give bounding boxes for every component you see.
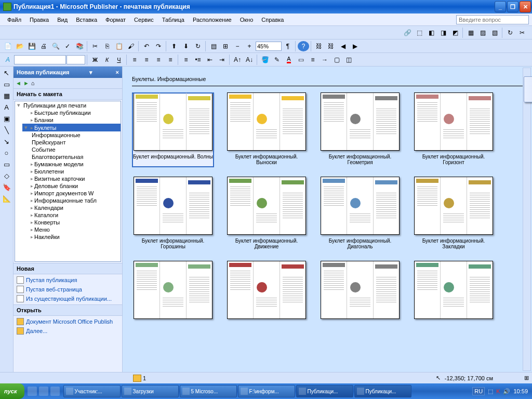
tree-node[interactable]: ▸ Конверты (22, 219, 121, 226)
textbox-tool[interactable]: ▭ (2, 79, 12, 89)
align-right-icon[interactable]: ≡ (153, 55, 164, 65)
help-search-input[interactable] (456, 15, 529, 24)
menu-format[interactable]: Формат (101, 15, 130, 24)
tree-node[interactable]: ▸ Бюллетени (22, 168, 121, 175)
front-icon[interactable]: ⬆ (168, 41, 180, 51)
page-indicator[interactable] (133, 375, 141, 382)
tree-node[interactable]: ▾Публикации для печати (15, 101, 121, 109)
taskbar-task[interactable]: F:\информ... (238, 385, 295, 397)
menu-view[interactable]: Вид (53, 15, 72, 24)
template-item[interactable]: Буклет информационный. Горизонт (413, 92, 495, 167)
new-link[interactable]: Из существующей публикации... (17, 295, 119, 302)
template-tree[interactable]: ▾Публикации для печати▸ Быстрые публикац… (15, 101, 121, 262)
tree-node[interactable]: ▸ Бумажные модели (22, 161, 121, 168)
tree-node[interactable]: ▸ Каталоги (22, 211, 121, 219)
indent-dec-icon[interactable]: ⇤ (204, 55, 216, 65)
fontcolor-icon[interactable]: A (283, 55, 295, 65)
next-icon[interactable]: ▶ (349, 41, 361, 51)
taskbar-task[interactable]: Публикаци... (354, 385, 411, 397)
save-icon[interactable]: 💾 (26, 41, 37, 51)
tree-node[interactable]: Информационные (30, 131, 121, 139)
wordart-tool[interactable]: A (2, 102, 12, 112)
para-icon[interactable]: ¶ (282, 41, 294, 51)
template-item[interactable] (225, 261, 308, 336)
new-link[interactable]: Пустая веб-страница (17, 286, 119, 293)
spell-icon[interactable]: ✓ (62, 41, 73, 51)
pic3-icon[interactable]: ◨ (437, 28, 449, 38)
template-item[interactable] (132, 261, 214, 336)
underline-button[interactable]: Ч (113, 55, 125, 65)
bullist-icon[interactable]: •≡ (192, 55, 204, 65)
pic2-icon[interactable]: ◧ (425, 28, 437, 38)
taskpane-back-icon[interactable]: ◄ (16, 80, 21, 86)
fontsize-dec-icon[interactable]: A↓ (244, 55, 255, 65)
start-button[interactable]: пуск (0, 383, 24, 399)
tree-node[interactable]: ▸ Визитные карточки (22, 175, 121, 182)
ql-ie-icon[interactable] (39, 387, 48, 396)
boundaries-icon[interactable]: ⊞ (220, 41, 231, 51)
template-item[interactable]: Буклет информационный. Закладки (413, 177, 495, 251)
template-item[interactable] (413, 261, 495, 336)
new-link[interactable]: Пустая публикация (17, 276, 119, 284)
columns-icon[interactable]: ▤ (208, 41, 219, 51)
rotate2-icon[interactable]: ↻ (192, 41, 204, 51)
select-tool[interactable]: ↖ (2, 68, 12, 78)
undo-icon[interactable]: ↶ (141, 41, 152, 51)
bookmark-tool[interactable]: 🔖 (2, 182, 12, 192)
template-item[interactable] (319, 261, 401, 336)
close-button[interactable]: ✕ (520, 1, 531, 12)
align-center-icon[interactable]: ≡ (141, 55, 152, 65)
tray-volume-icon[interactable]: 🔊 (503, 388, 510, 395)
cut-icon[interactable]: ✂ (89, 41, 101, 51)
italic-button[interactable]: К (101, 55, 113, 65)
menu-file[interactable]: Файл (3, 15, 25, 24)
tree-node[interactable]: Благотворительная (30, 153, 121, 161)
clock[interactable]: 10:59 (513, 388, 528, 394)
tree-node[interactable]: ▸ Быстрые публикации (22, 109, 121, 116)
link-icon[interactable]: ⛓ (313, 41, 325, 51)
line-tool[interactable]: ╲ (2, 125, 12, 135)
size-input[interactable] (66, 55, 85, 64)
new-icon[interactable]: 📄 (2, 41, 14, 51)
ql-opera-icon[interactable] (28, 387, 37, 396)
arrow-tool[interactable]: ↘ (2, 136, 12, 147)
fill-icon[interactable]: 🪣 (259, 55, 271, 65)
lang-indicator[interactable]: RU (472, 387, 485, 395)
style-icon[interactable]: A (2, 55, 14, 65)
tray-icon1[interactable]: ⬚ (488, 388, 493, 395)
template-item[interactable]: Буклет информационный. Волны (132, 92, 214, 167)
menu-help[interactable]: Справка (257, 15, 288, 24)
menu-table[interactable]: Таблица (158, 15, 189, 24)
minimize-button[interactable]: _ (495, 1, 506, 12)
border-icon[interactable]: ▭ (295, 55, 307, 65)
pic4-icon[interactable]: ◩ (449, 28, 461, 38)
open-link[interactable]: Документ Microsoft Office Publish (17, 318, 119, 325)
oval-tool[interactable]: ○ (2, 148, 12, 158)
taskbar-task[interactable]: Публикаци... (296, 385, 353, 397)
tree-node[interactable]: ▸ Календари (22, 204, 121, 211)
menu-window[interactable]: Окно (236, 15, 258, 24)
menu-tools[interactable]: Сервис (130, 15, 158, 24)
design-tool[interactable]: 📐 (2, 193, 12, 204)
taskbar-task[interactable]: Загрузки (122, 385, 179, 397)
menu-insert[interactable]: Вставка (72, 15, 101, 24)
picture-tool[interactable]: ▣ (2, 113, 12, 124)
redo-icon[interactable]: ↷ (153, 41, 164, 51)
tree-node[interactable]: Событие (30, 146, 121, 153)
arrow-style-icon[interactable]: → (319, 55, 330, 65)
numlist-icon[interactable]: ≡ (180, 55, 192, 65)
maximize-button[interactable]: ❐ (507, 1, 518, 12)
back-icon[interactable]: ⬇ (180, 41, 192, 51)
preview-icon[interactable]: 🔍 (50, 41, 61, 51)
connect-icon[interactable]: 🔗 (402, 28, 413, 38)
zoom-input[interactable] (256, 42, 282, 51)
tray-kaspersky-icon[interactable]: K (496, 388, 500, 394)
copy-icon[interactable]: ⎘ (101, 41, 113, 51)
template-item[interactable]: Буклет информационный. Движение (225, 177, 308, 251)
rect-tool[interactable]: ▭ (2, 159, 12, 169)
wrap1-icon[interactable]: ▦ (465, 28, 476, 38)
dash-icon[interactable]: ≡ (307, 55, 318, 65)
font-input[interactable] (14, 55, 66, 64)
paste-icon[interactable]: 📋 (113, 41, 125, 51)
taskbar-task[interactable]: Участник:... (63, 385, 121, 397)
